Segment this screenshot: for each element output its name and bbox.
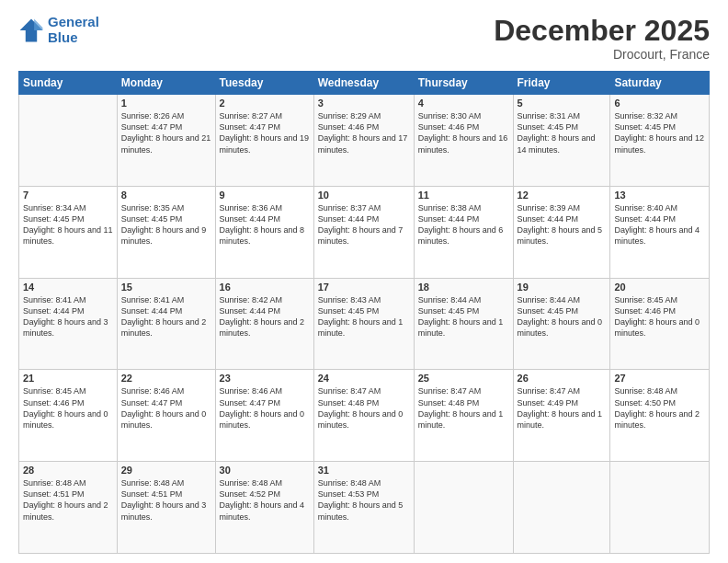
cell-details: Sunrise: 8:48 AMSunset: 4:53 PMDaylight:… [318,477,410,523]
day-number: 12 [518,190,607,201]
cell-details: Sunrise: 8:42 AMSunset: 4:44 PMDaylight:… [220,294,310,339]
cell-details: Sunrise: 8:48 AMSunset: 4:51 PMDaylight:… [23,477,113,523]
cell-1-4: 3Sunrise: 8:29 AMSunset: 4:46 PMDaylight… [313,95,414,187]
header-row: Sunday Monday Tuesday Wednesday Thursday… [19,72,710,95]
day-number: 5 [518,98,607,109]
cell-details: Sunrise: 8:47 AMSunset: 4:49 PMDaylight:… [518,385,607,431]
cell-details: Sunrise: 8:43 AMSunset: 4:45 PMDaylight:… [318,294,410,339]
cell-4-1: 21Sunrise: 8:45 AMSunset: 4:46 PMDayligh… [19,370,118,462]
day-number: 27 [614,373,705,384]
day-number: 24 [318,373,410,384]
header: General Blue December 2025 Drocourt, Fra… [18,15,710,62]
cell-2-3: 9Sunrise: 8:36 AMSunset: 4:44 PMDaylight… [215,186,313,278]
col-saturday: Saturday [610,72,710,95]
week-row-2: 7Sunrise: 8:34 AMSunset: 4:45 PMDaylight… [19,186,710,278]
cell-details: Sunrise: 8:32 AMSunset: 4:45 PMDaylight:… [614,110,705,155]
cell-4-3: 23Sunrise: 8:46 AMSunset: 4:47 PMDayligh… [215,370,313,462]
cell-details: Sunrise: 8:30 AMSunset: 4:46 PMDaylight:… [418,110,509,155]
day-number: 16 [220,282,310,293]
day-number: 21 [23,373,113,384]
cell-2-1: 7Sunrise: 8:34 AMSunset: 4:45 PMDaylight… [19,186,118,278]
cell-1-6: 5Sunrise: 8:31 AMSunset: 4:45 PMDaylight… [513,95,610,187]
cell-details: Sunrise: 8:38 AMSunset: 4:44 PMDaylight:… [418,202,509,247]
cell-details: Sunrise: 8:46 AMSunset: 4:47 PMDaylight:… [220,385,310,431]
cell-1-2: 1Sunrise: 8:26 AMSunset: 4:47 PMDaylight… [117,95,215,187]
day-number: 26 [518,373,607,384]
day-number: 3 [318,98,410,109]
day-number: 11 [418,190,509,201]
cell-4-2: 22Sunrise: 8:46 AMSunset: 4:47 PMDayligh… [117,370,215,462]
cell-details: Sunrise: 8:46 AMSunset: 4:47 PMDaylight:… [121,385,211,431]
cell-4-7: 27Sunrise: 8:48 AMSunset: 4:50 PMDayligh… [610,370,710,462]
day-number: 15 [121,282,211,293]
cell-details: Sunrise: 8:39 AMSunset: 4:44 PMDaylight:… [518,202,607,247]
day-number: 2 [220,98,310,109]
cell-1-7: 6Sunrise: 8:32 AMSunset: 4:45 PMDaylight… [610,95,710,187]
cell-details: Sunrise: 8:31 AMSunset: 4:45 PMDaylight:… [518,110,607,155]
day-number: 14 [23,282,113,293]
cell-1-5: 4Sunrise: 8:30 AMSunset: 4:46 PMDaylight… [414,95,513,187]
week-row-5: 28Sunrise: 8:48 AMSunset: 4:51 PMDayligh… [19,462,710,554]
day-number: 18 [418,282,509,293]
cell-details: Sunrise: 8:48 AMSunset: 4:50 PMDaylight:… [614,385,705,431]
day-number: 28 [23,465,113,476]
cell-details: Sunrise: 8:47 AMSunset: 4:48 PMDaylight:… [418,385,509,431]
day-number: 10 [318,190,410,201]
cell-2-6: 12Sunrise: 8:39 AMSunset: 4:44 PMDayligh… [513,186,610,278]
cell-5-6 [513,462,610,554]
day-number: 31 [318,465,410,476]
cell-2-7: 13Sunrise: 8:40 AMSunset: 4:44 PMDayligh… [610,186,710,278]
day-number: 1 [121,98,211,109]
cell-details: Sunrise: 8:45 AMSunset: 4:46 PMDaylight:… [614,294,705,339]
location: Drocourt, France [494,47,710,62]
cell-5-7 [610,462,710,554]
week-row-3: 14Sunrise: 8:41 AMSunset: 4:44 PMDayligh… [19,278,710,370]
cell-2-4: 10Sunrise: 8:37 AMSunset: 4:44 PMDayligh… [313,186,414,278]
col-sunday: Sunday [19,72,118,95]
cell-details: Sunrise: 8:48 AMSunset: 4:51 PMDaylight:… [121,477,211,523]
day-number: 6 [614,98,705,109]
day-number: 19 [518,282,607,293]
col-wednesday: Wednesday [313,72,414,95]
cell-details: Sunrise: 8:48 AMSunset: 4:52 PMDaylight:… [220,477,310,523]
day-number: 20 [614,282,705,293]
day-number: 29 [121,465,211,476]
logo-icon [18,17,44,43]
svg-marker-1 [34,18,42,29]
day-number: 17 [318,282,410,293]
cell-3-4: 17Sunrise: 8:43 AMSunset: 4:45 PMDayligh… [313,278,414,370]
cell-details: Sunrise: 8:27 AMSunset: 4:47 PMDaylight:… [220,110,310,155]
cell-details: Sunrise: 8:36 AMSunset: 4:44 PMDaylight:… [220,202,310,247]
cell-4-6: 26Sunrise: 8:47 AMSunset: 4:49 PMDayligh… [513,370,610,462]
cell-details: Sunrise: 8:47 AMSunset: 4:48 PMDaylight:… [318,385,410,431]
cell-details: Sunrise: 8:40 AMSunset: 4:44 PMDaylight:… [614,202,705,247]
week-row-1: 1Sunrise: 8:26 AMSunset: 4:47 PMDaylight… [19,95,710,187]
cell-details: Sunrise: 8:44 AMSunset: 4:45 PMDaylight:… [518,294,607,339]
day-number: 4 [418,98,509,109]
cell-3-3: 16Sunrise: 8:42 AMSunset: 4:44 PMDayligh… [215,278,313,370]
cell-4-5: 25Sunrise: 8:47 AMSunset: 4:48 PMDayligh… [414,370,513,462]
cell-details: Sunrise: 8:34 AMSunset: 4:45 PMDaylight:… [23,202,113,247]
cell-5-4: 31Sunrise: 8:48 AMSunset: 4:53 PMDayligh… [313,462,414,554]
day-number: 25 [418,373,509,384]
day-number: 7 [23,190,113,201]
col-thursday: Thursday [414,72,513,95]
cell-3-7: 20Sunrise: 8:45 AMSunset: 4:46 PMDayligh… [610,278,710,370]
day-number: 30 [220,465,310,476]
day-number: 13 [614,190,705,201]
month-title: December 2025 [494,15,710,47]
cell-details: Sunrise: 8:29 AMSunset: 4:46 PMDaylight:… [318,110,410,155]
cell-5-2: 29Sunrise: 8:48 AMSunset: 4:51 PMDayligh… [117,462,215,554]
cell-3-5: 18Sunrise: 8:44 AMSunset: 4:45 PMDayligh… [414,278,513,370]
cell-details: Sunrise: 8:35 AMSunset: 4:45 PMDaylight:… [121,202,211,247]
cell-details: Sunrise: 8:41 AMSunset: 4:44 PMDaylight:… [23,294,113,339]
cell-4-4: 24Sunrise: 8:47 AMSunset: 4:48 PMDayligh… [313,370,414,462]
day-number: 22 [121,373,211,384]
calendar-table: Sunday Monday Tuesday Wednesday Thursday… [18,71,710,554]
cell-2-2: 8Sunrise: 8:35 AMSunset: 4:45 PMDaylight… [117,186,215,278]
col-monday: Monday [117,72,215,95]
day-number: 8 [121,190,211,201]
cell-3-2: 15Sunrise: 8:41 AMSunset: 4:44 PMDayligh… [117,278,215,370]
day-number: 23 [220,373,310,384]
cell-details: Sunrise: 8:37 AMSunset: 4:44 PMDaylight:… [318,202,410,247]
